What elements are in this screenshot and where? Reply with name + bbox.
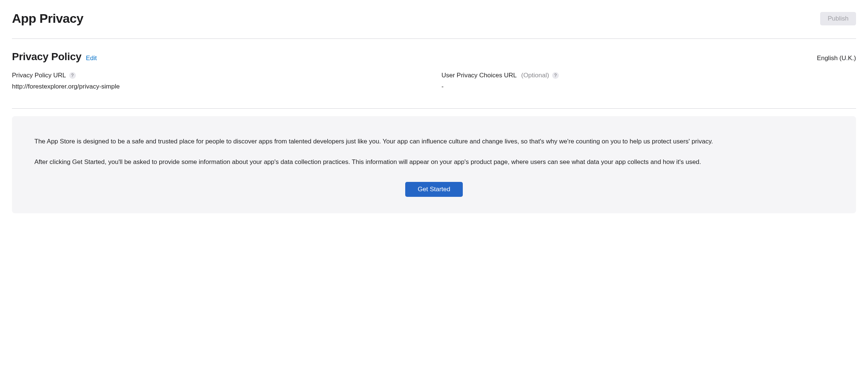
help-icon[interactable]: ? [552, 72, 559, 79]
user-privacy-choices-url-value: - [441, 83, 856, 90]
user-privacy-choices-url-field: User Privacy Choices URL (Optional) ? - [441, 72, 856, 90]
privacy-policy-url-value: http://forestexplorer.org/privacy-simple [12, 83, 427, 90]
field-label-row: User Privacy Choices URL (Optional) ? [441, 72, 856, 79]
info-paragraph-2: After clicking Get Started, you'll be as… [34, 158, 834, 167]
privacy-policy-title: Privacy Policy [12, 51, 81, 63]
page-title: App Privacy [12, 11, 83, 26]
page-header: App Privacy Publish [12, 11, 856, 26]
section-title-group: Privacy Policy Edit [12, 51, 97, 63]
privacy-policy-url-label: Privacy Policy URL [12, 72, 66, 79]
locale-label: English (U.K.) [817, 55, 856, 62]
field-label-row: Privacy Policy URL ? [12, 72, 427, 79]
privacy-policy-url-field: Privacy Policy URL ? http://forestexplor… [12, 72, 427, 90]
info-paragraph-1: The App Store is designed to be a safe a… [34, 137, 834, 146]
publish-button[interactable]: Publish [820, 12, 856, 25]
user-privacy-choices-url-label: User Privacy Choices URL [441, 72, 517, 79]
get-started-wrap: Get Started [34, 182, 834, 197]
policy-fields-row: Privacy Policy URL ? http://forestexplor… [12, 72, 856, 90]
help-icon[interactable]: ? [69, 72, 76, 79]
get-started-info-box: The App Store is designed to be a safe a… [12, 116, 856, 213]
privacy-policy-section-header: Privacy Policy Edit English (U.K.) [12, 51, 856, 63]
divider [12, 108, 856, 109]
get-started-button[interactable]: Get Started [405, 182, 463, 197]
divider [12, 38, 856, 39]
edit-link[interactable]: Edit [86, 55, 97, 62]
optional-label: (Optional) [521, 72, 549, 79]
